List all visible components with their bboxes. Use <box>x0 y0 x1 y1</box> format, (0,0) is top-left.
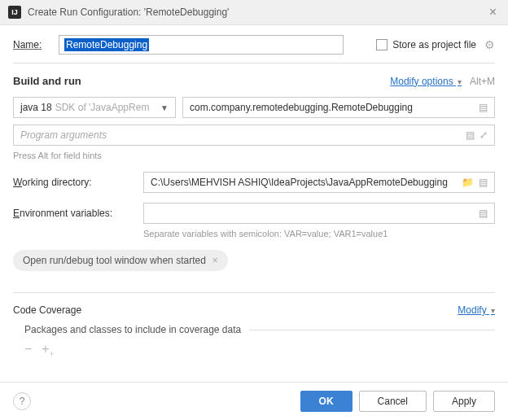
name-value: RemoteDebugging <box>64 38 149 51</box>
expand-icon[interactable]: ⤢ <box>480 129 488 141</box>
list-icon[interactable]: ▤ <box>479 177 488 188</box>
option-chip[interactable]: Open run/debug tool window when started … <box>13 250 228 271</box>
env-input[interactable]: ▤ <box>143 203 495 224</box>
build-run-title: Build and run <box>13 75 81 87</box>
remove-button[interactable]: − <box>24 342 32 358</box>
jdk-select[interactable]: java 18 SDK of 'JavaAppRem ▼ <box>13 97 176 118</box>
program-args-input[interactable]: Program arguments ▤ ⤢ <box>13 125 495 146</box>
help-button[interactable]: ? <box>13 392 31 410</box>
list-icon[interactable]: ▤ <box>479 208 488 219</box>
modify-options-link[interactable]: Modify options ▾ <box>390 76 462 87</box>
modify-shortcut: Alt+M <box>470 76 495 87</box>
jdk-main-text: java 18 <box>20 102 52 113</box>
store-checkbox[interactable] <box>376 39 388 50</box>
env-helper: Separate variables with semicolon: VAR=v… <box>143 229 495 238</box>
app-icon: IJ <box>8 6 21 19</box>
divider <box>13 292 495 293</box>
list-icon[interactable]: ▤ <box>479 102 488 113</box>
code-coverage-title: Code Coverage <box>13 304 81 316</box>
close-icon[interactable]: × <box>212 255 218 266</box>
field-hint: Press Alt for field hints <box>13 151 495 160</box>
footer: ? OK Cancel Apply <box>0 382 508 420</box>
gear-icon[interactable]: ⚙ <box>484 38 495 51</box>
divider <box>249 330 495 330</box>
divider <box>13 63 495 63</box>
coverage-sub-label: Packages and classes to include in cover… <box>24 324 241 335</box>
args-placeholder: Program arguments <box>20 129 461 141</box>
working-dir-input[interactable]: C:\Users\MEHVISH ASHIQ\IdeaProjects\Java… <box>143 172 495 193</box>
folder-icon[interactable]: 📁 <box>462 177 474 188</box>
list-icon[interactable]: ▤ <box>466 129 475 141</box>
titlebar: IJ Create Run Configuration: 'RemoteDebu… <box>0 0 508 25</box>
main-class-input[interactable]: com.company.remotedebugging.RemoteDebugg… <box>182 97 495 118</box>
apply-button[interactable]: Apply <box>433 391 495 412</box>
coverage-modify-link[interactable]: Modify ▾ <box>458 304 495 316</box>
close-icon[interactable]: × <box>486 5 500 20</box>
main-class-text: com.company.remotedebugging.RemoteDebugg… <box>190 102 474 113</box>
chevron-down-icon: ▾ <box>491 306 495 315</box>
name-input[interactable]: RemoteDebugging <box>59 35 344 55</box>
dialog-title: Create Run Configuration: 'RemoteDebuggi… <box>28 7 486 18</box>
chevron-down-icon: ▼ <box>160 103 169 112</box>
env-label: Environment variables: <box>13 208 143 219</box>
chevron-down-icon: ▾ <box>458 77 462 86</box>
working-dir-value: C:\Users\MEHVISH ASHIQ\IdeaProjects\Java… <box>151 177 457 188</box>
cancel-button[interactable]: Cancel <box>359 391 427 412</box>
working-dir-label: Working directory: <box>13 177 143 188</box>
store-label: Store as project file <box>392 39 476 50</box>
chip-label: Open run/debug tool window when started <box>23 255 206 266</box>
jdk-sdk-text: SDK of 'JavaAppRem <box>55 102 160 113</box>
ok-button[interactable]: OK <box>300 391 353 412</box>
add-button[interactable]: ++ <box>42 342 54 358</box>
name-label: Name: <box>13 39 59 50</box>
